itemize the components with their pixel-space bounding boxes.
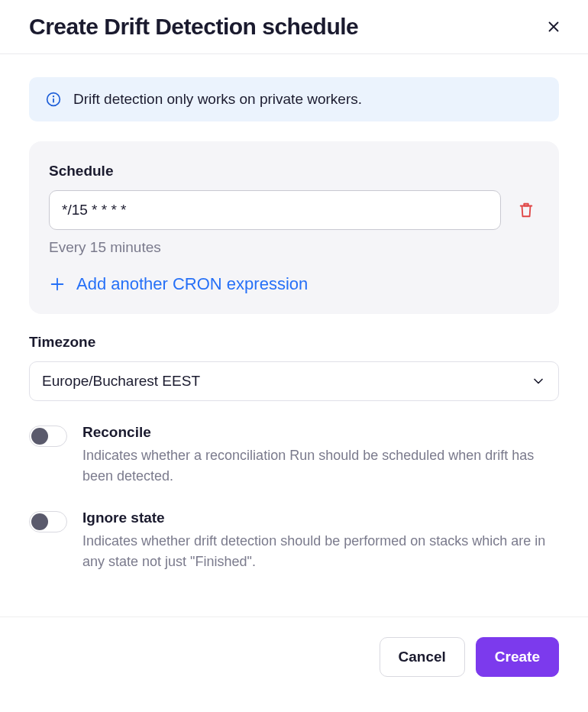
reconcile-description: Indicates whether a reconciliation Run s… — [82, 445, 559, 487]
reconcile-toggle[interactable] — [29, 426, 67, 447]
timezone-label: Timezone — [29, 334, 559, 351]
delete-cron-button[interactable] — [513, 196, 539, 224]
info-icon — [46, 92, 61, 107]
ignore-state-toggle[interactable] — [29, 511, 67, 532]
modal-footer: Cancel Create — [0, 617, 588, 712]
modal-body: Drift detection only works on private wo… — [0, 54, 588, 595]
cancel-button[interactable]: Cancel — [380, 637, 465, 677]
plus-icon — [49, 276, 66, 293]
toggle-knob — [31, 428, 48, 445]
schedule-card: Schedule Every 15 minutes Add another CR… — [29, 141, 559, 314]
info-callout: Drift detection only works on private wo… — [29, 77, 559, 121]
ignore-state-title: Ignore state — [82, 510, 559, 526]
modal-title: Create Drift Detection schedule — [29, 14, 358, 40]
cron-row — [49, 190, 539, 230]
reconcile-content: Reconcile Indicates whether a reconcilia… — [82, 424, 559, 487]
trash-icon — [518, 201, 535, 219]
info-callout-text: Drift detection only works on private wo… — [73, 91, 362, 108]
modal-header: Create Drift Detection schedule — [0, 0, 588, 54]
cron-input[interactable] — [49, 190, 501, 230]
schedule-label: Schedule — [49, 163, 539, 180]
ignore-state-row: Ignore state Indicates whether drift det… — [29, 510, 559, 572]
timezone-select[interactable]: Europe/Bucharest EEST — [29, 361, 559, 401]
add-cron-button[interactable]: Add another CRON expression — [49, 274, 308, 294]
create-drift-detection-modal: Create Drift Detection schedule Drift de… — [0, 0, 588, 595]
chevron-down-icon — [531, 374, 546, 389]
timezone-section: Timezone Europe/Bucharest EEST — [29, 334, 559, 401]
svg-point-1 — [53, 95, 54, 97]
cron-hint: Every 15 minutes — [49, 239, 539, 256]
svg-rect-2 — [53, 99, 54, 103]
ignore-state-description: Indicates whether drift detection should… — [82, 531, 559, 572]
timezone-value: Europe/Bucharest EEST — [42, 373, 200, 390]
add-cron-label: Add another CRON expression — [76, 274, 308, 294]
reconcile-row: Reconcile Indicates whether a reconcilia… — [29, 424, 559, 487]
close-icon — [545, 18, 562, 35]
reconcile-title: Reconcile — [82, 424, 559, 441]
create-button[interactable]: Create — [476, 637, 559, 677]
ignore-state-content: Ignore state Indicates whether drift det… — [82, 510, 559, 572]
toggle-knob — [31, 513, 48, 530]
close-button[interactable] — [542, 15, 565, 38]
